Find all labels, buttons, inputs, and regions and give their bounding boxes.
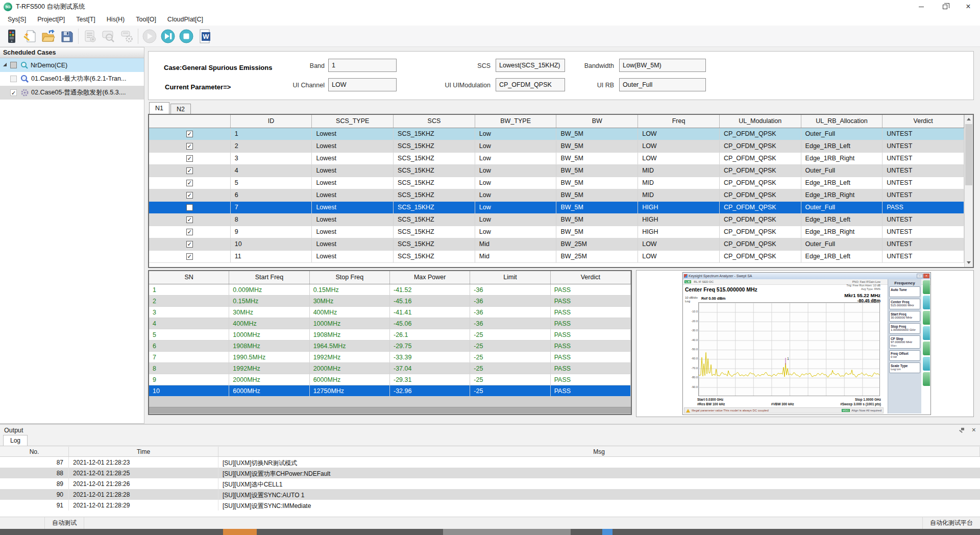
cell: HIGH <box>638 214 720 226</box>
row-checkbox[interactable] <box>186 155 193 162</box>
tree-checkbox[interactable] <box>10 89 17 96</box>
row-checkbox[interactable] <box>186 131 193 137</box>
menu-item-cloudplatc[interactable]: CloudPlat[C] <box>162 14 209 25</box>
device-phone-icon[interactable] <box>3 27 21 45</box>
cell: SCS_15KHZ <box>394 202 475 213</box>
cell: SCS_15KHZ <box>394 226 475 238</box>
scroll-up-button[interactable] <box>965 115 973 124</box>
menu-item-syss[interactable]: Sys[S] <box>2 14 32 25</box>
column-header <box>149 115 231 128</box>
table-row[interactable]: 6LowestSCS_15KHZLowBW_5MMIDCP_OFDM_QPSKE… <box>149 189 964 202</box>
table-row[interactable]: 71990.5MHz1992MHz-33.39-25PASS <box>149 352 631 363</box>
menu-item-hish[interactable]: His(H) <box>101 14 130 25</box>
table-row[interactable]: 4400MHz1000MHz-45.06-36PASS <box>149 318 631 329</box>
close-output-icon[interactable] <box>972 427 976 434</box>
table-row[interactable]: 20.15MHz30MHz-45.16-36PASS <box>149 296 631 307</box>
marker-1-label: 1 <box>787 357 789 360</box>
row-checkbox[interactable] <box>186 143 193 150</box>
tree-item-case05[interactable]: 02.Case05-普通杂散发射(6.5.3.... <box>0 86 144 100</box>
cell: CP_OFDM_QPSK <box>720 153 801 164</box>
taskbar-app <box>223 529 257 535</box>
new-case-wizard-icon[interactable] <box>21 27 39 45</box>
softkey-button: Stop Freq1.000000000 GHz <box>889 323 920 334</box>
word-export-icon[interactable]: W <box>195 27 214 45</box>
table-row[interactable]: 9LowestSCS_15KHZLowBW_5MHIGHCP_OFDM_QPSK… <box>149 226 964 238</box>
save-icon[interactable] <box>58 27 76 45</box>
scs-label: SCS <box>409 62 491 69</box>
row-checkbox[interactable] <box>186 241 193 248</box>
table-row[interactable]: 8LowestSCS_15KHZLowBW_5MHIGHCP_OFDM_QPSK… <box>149 214 964 226</box>
log-row[interactable]: 882021-12-01 21:28:25[SU][UXM]设置功率CHPowe… <box>0 468 980 478</box>
menu-item-toolo[interactable]: Tool[O] <box>130 14 162 25</box>
table-row[interactable]: 51000MHz1908MHz-26.1-25PASS <box>149 329 631 341</box>
tab-n2[interactable]: N2 <box>170 104 191 114</box>
log-time: 2021-12-01 21:28:26 <box>69 478 218 489</box>
restore-button[interactable] <box>933 0 957 13</box>
band-field[interactable]: 1 <box>328 59 397 72</box>
pin-icon[interactable] <box>959 427 965 433</box>
checkbox-cell <box>149 177 231 189</box>
tree-checkbox[interactable] <box>10 62 17 68</box>
scroll-down-button[interactable] <box>965 258 973 267</box>
table-row[interactable]: 1LowestSCS_15KHZLowBW_5MLOWCP_OFDM_QPSKO… <box>149 128 964 140</box>
cell: -41.52 <box>390 284 470 295</box>
table-row[interactable]: 92000MHz6000MHz-29.31-25PASS <box>149 374 631 385</box>
table-row[interactable]: 106000MHz12750MHz-32.96-25PASS <box>149 385 631 397</box>
row-checkbox[interactable] <box>186 192 193 199</box>
tree-checkbox[interactable] <box>10 76 17 82</box>
resume-icon[interactable] <box>159 27 177 45</box>
log-row[interactable]: 902021-12-01 21:28:28[SU][UXM]设置SYNC:AUT… <box>0 489 980 500</box>
stop-icon[interactable] <box>177 27 195 45</box>
spectrum-plot: 1 -10.0-20.0-30.0-40.0-50.0-60.0-70.0-80… <box>698 302 880 396</box>
menu-item-testt[interactable]: Test[T] <box>70 14 101 25</box>
table-row[interactable]: 7LowestSCS_15KHZLowBW_5MHIGHCP_OFDM_QPSK… <box>149 202 964 214</box>
ui-rb-field[interactable]: Outer_Full <box>619 78 706 91</box>
play-icon <box>140 27 159 45</box>
table-row[interactable]: 5LowestSCS_15KHZLowBW_5MMIDCP_OFDM_QPSKE… <box>149 177 964 189</box>
close-button[interactable] <box>957 0 980 13</box>
tree-item-case01[interactable]: 01.Case01-最大功率(6.2.1-Tran... <box>0 72 144 86</box>
cell: SCS_15KHZ <box>394 251 475 262</box>
row-checkbox[interactable] <box>186 180 193 186</box>
column-header: UL_RB_Allocation <box>801 115 883 128</box>
tab-log[interactable]: Log <box>3 435 28 446</box>
application-window: 5G T-RFS500 自动测试系统 Sys[S]Project[P]Test[… <box>0 0 980 535</box>
tree-item-nrdemo[interactable]: NrDemo(CE) <box>0 58 144 72</box>
bandwidth-field[interactable]: Low(BW_5M) <box>619 59 706 72</box>
minimize-button[interactable] <box>910 0 933 13</box>
row-checkbox[interactable] <box>186 167 193 174</box>
cell: 400MHz <box>310 307 390 318</box>
log-no: 88 <box>0 468 69 478</box>
tree-expander-icon[interactable] <box>3 63 7 66</box>
softkey-button: Start Freq30.000000 MHz <box>889 311 920 322</box>
table-row[interactable]: 3LowestSCS_15KHZLowBW_5MLOWCP_OFDM_QPSKE… <box>149 153 964 165</box>
row-checkbox[interactable] <box>186 253 193 260</box>
table-row[interactable]: 2LowestSCS_15KHZLowBW_5MLOWCP_OFDM_QPSKE… <box>149 140 964 153</box>
tab-n1[interactable]: N1 <box>149 102 169 114</box>
table-row[interactable]: 10.009MHz0.15MHz-41.52-36PASS <box>149 284 631 296</box>
cell: BW_5M <box>556 226 638 238</box>
table-row[interactable]: 330MHz400MHz-41.41-36PASS <box>149 307 631 318</box>
row-checkbox[interactable] <box>186 204 193 211</box>
sidebar-header: Scheduled Cases <box>0 47 144 58</box>
vertical-scrollbar[interactable] <box>964 115 973 267</box>
menu-item-projectp[interactable]: Project[P] <box>32 14 70 25</box>
log-row[interactable]: 872021-12-01 21:28:23[SU][UXM]切换NR测试模式 <box>0 457 980 468</box>
ui-channel-field[interactable]: LOW <box>328 78 397 91</box>
table-row[interactable]: 81992MHz2000MHz-37.04-25PASS <box>149 363 631 374</box>
table-row[interactable]: 10LowestSCS_15KHZMidBW_25MLOWCP_OFDM_QPS… <box>149 238 964 251</box>
log-row[interactable]: 912021-12-01 21:28:29[SU][UXM]设置SYNC:IMM… <box>0 500 980 510</box>
table-row[interactable]: 61908MHz1964.5MHz-29.75-25PASS <box>149 341 631 352</box>
output-title: Output <box>4 427 23 434</box>
row-checkbox[interactable] <box>186 229 193 235</box>
open-project-icon[interactable] <box>39 27 58 45</box>
log-row[interactable]: 892021-12-01 21:28:26[SU][UXM]选中CELL1 <box>0 478 980 489</box>
scrollbar-thumb[interactable] <box>965 124 972 185</box>
log-no: 91 <box>0 500 69 510</box>
current-parameter-label: Current Parameter=> <box>165 83 231 91</box>
cell: 5 <box>231 177 312 189</box>
row-checkbox[interactable] <box>186 216 193 223</box>
marker-readout: Mkr1 55.22 MHz-80.45 dBm <box>844 293 880 303</box>
table-row[interactable]: 11LowestSCS_15KHZMidBW_25MLOWCP_OFDM_QPS… <box>149 251 964 263</box>
table-row[interactable]: 4LowestSCS_15KHZLowBW_5MMIDCP_OFDM_QPSKO… <box>149 165 964 177</box>
